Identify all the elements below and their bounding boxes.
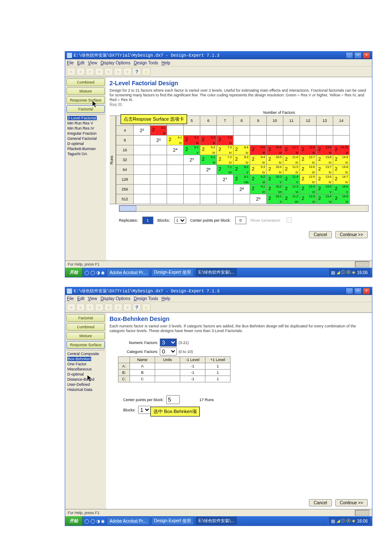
tree-item-min-run-res-iv[interactable]: Min Run Res IV	[67, 126, 104, 131]
cell-C-hi[interactable]: 1	[205, 376, 231, 382]
cell-8-4[interactable]: 24-1IV	[167, 136, 184, 145]
w2-cpb-input[interactable]	[166, 395, 180, 404]
cell-16-9[interactable]: 29-5III	[250, 145, 267, 155]
menu-design-tools[interactable]: Design Tools	[134, 61, 158, 65]
cell-64-6[interactable]: 2⁶	[200, 165, 217, 175]
open-icon[interactable]: ▫	[76, 304, 85, 311]
cell-8-7[interactable]: 27-4III	[217, 136, 233, 145]
new-icon[interactable]: ▫	[67, 68, 75, 75]
cell-512-13[interactable]: 213-4VI	[317, 194, 333, 204]
cell-32-11[interactable]: 211-6IV	[283, 155, 300, 165]
cell-32-12[interactable]: 212-7IV	[300, 155, 317, 165]
navcard-mixture[interactable]: Mixture	[66, 332, 105, 340]
cat-factors-select[interactable]: 0	[160, 347, 177, 356]
cell-B-name[interactable]: B	[130, 370, 155, 376]
bulb-icon[interactable]: ☼	[142, 304, 150, 311]
cell-256-12[interactable]: 212-4VI	[300, 185, 317, 194]
cell-C-units[interactable]	[155, 376, 180, 382]
task-de-help[interactable]: Design-Expert 使用	[151, 268, 194, 277]
navcard-response-surface[interactable]: Response Surface	[66, 341, 105, 349]
cell-A-units[interactable]	[155, 363, 180, 370]
cell-128-12[interactable]: 212-5IV	[300, 175, 317, 185]
cell-64-11[interactable]: 211-5IV	[283, 165, 300, 175]
cpb-input[interactable]	[235, 217, 246, 224]
tree-item-d-optimal[interactable]: D-optimal	[67, 141, 104, 146]
menu-help[interactable]: Help	[161, 61, 170, 65]
cell-4-3[interactable]: 23-1III	[150, 126, 167, 136]
cell-256-11[interactable]: 211-3VI	[283, 185, 300, 194]
cell-128-10[interactable]: 210-3V	[267, 175, 283, 185]
w2-continue-button[interactable]: Continue >>	[335, 499, 368, 506]
cell-256-13[interactable]: 213-5V	[317, 185, 333, 194]
task-adobe[interactable]: Adobe Acrobat Pr...	[107, 268, 149, 277]
w1-hscrollbar[interactable]	[119, 205, 369, 212]
cell-512-11[interactable]: 211-2VII	[283, 194, 300, 204]
minimize-button[interactable]: _	[346, 52, 353, 59]
cell-A-hi[interactable]: 1	[205, 363, 231, 370]
navcard-response-surface[interactable]: Response Surface	[66, 96, 105, 104]
cell-16-7[interactable]: 27-3IV	[217, 145, 233, 155]
print-icon[interactable]: ▫	[123, 304, 132, 311]
tree-item-min-run-res-v[interactable]: Min Run Res V	[67, 121, 104, 126]
tree-item-general-factorial[interactable]: General Factorial	[67, 136, 104, 141]
cell-32-6[interactable]: 26-1VI	[200, 155, 217, 165]
blocks-select[interactable]: 1	[174, 217, 186, 224]
paste-icon[interactable]: ▫	[114, 68, 122, 75]
cell-256-14[interactable]: 214-6V	[333, 185, 350, 194]
tree-item-d-optimal[interactable]: D-optimal	[67, 372, 104, 377]
w1-continue-button[interactable]: Continue >>	[335, 231, 368, 238]
cell-16-12[interactable]: 212-8III	[300, 145, 317, 155]
cell-16-10[interactable]: 210-6III	[267, 145, 283, 155]
menu-view[interactable]: View	[88, 296, 97, 301]
w2-cancel-button[interactable]: Cancel	[309, 499, 331, 506]
save-icon[interactable]: ▫	[86, 304, 94, 311]
cell-512-10[interactable]: 210-1X	[267, 194, 283, 204]
?-icon[interactable]: ?	[133, 68, 141, 75]
open-icon[interactable]: ▫	[76, 68, 85, 75]
cell-16-8[interactable]: 28-4IV	[233, 145, 250, 155]
cell-16-11[interactable]: 211-7III	[283, 145, 300, 155]
menu-help[interactable]: Help	[161, 296, 170, 301]
tree-item-miscellaneous[interactable]: Miscellaneous	[67, 367, 104, 372]
cell-4-2[interactable]: 2²	[134, 126, 150, 136]
cell-8-5[interactable]: 25-2III	[184, 136, 200, 145]
navcard-combined[interactable]: Combined	[66, 78, 105, 86]
paste-icon[interactable]: ▫	[114, 304, 122, 311]
cell-32-7[interactable]: 27-2IV	[217, 155, 233, 165]
cell-128-13[interactable]: 213-6IV	[317, 175, 333, 185]
menu-edit[interactable]: Edit	[77, 296, 84, 301]
cell-16-6[interactable]: 26-2IV	[200, 145, 217, 155]
cell-16-14[interactable]: 214-10III	[333, 145, 350, 155]
cell-64-14[interactable]: 214-8IV	[333, 165, 350, 175]
cell-256-10[interactable]: 210-2VII	[267, 185, 283, 194]
cell-32-10[interactable]: 210-5IV	[267, 155, 283, 165]
cell-64-12[interactable]: 212-6IV	[300, 165, 317, 175]
cell-128-9[interactable]: 29-2VI	[250, 175, 267, 185]
cell-A-name[interactable]: A	[130, 363, 155, 370]
menu-view[interactable]: View	[88, 61, 97, 65]
print-icon[interactable]: ▫	[123, 68, 132, 75]
bulb-icon[interactable]: ☼	[142, 68, 150, 75]
cell-128-8[interactable]: 28-1VIII	[233, 175, 250, 185]
menu-display-options[interactable]: Display Options	[101, 296, 130, 301]
cell-256-9[interactable]: 29-1IX	[250, 185, 267, 194]
cell-32-9[interactable]: 29-4IV	[250, 155, 267, 165]
cell-64-13[interactable]: 213-7IV	[317, 165, 333, 175]
cell-C-name[interactable]: C	[130, 376, 155, 382]
cell-32-5[interactable]: 2⁵	[184, 155, 200, 165]
minimize-button[interactable]: _	[346, 288, 353, 295]
close-button[interactable]: ✕	[363, 52, 370, 59]
task-adobe[interactable]: Adobe Acrobat Pr...	[107, 517, 149, 525]
menu-file[interactable]: File	[67, 61, 74, 65]
w1-cancel-button[interactable]: Cancel	[309, 231, 331, 238]
w2-blocks-select[interactable]: 1	[138, 406, 151, 414]
cell-128-7[interactable]: 2⁷	[217, 175, 233, 185]
cell-64-10[interactable]: 210-4IV	[267, 165, 283, 175]
cell-B-lo[interactable]: -1	[180, 370, 205, 376]
cell-8-3[interactable]: 2³	[150, 136, 167, 145]
tree-item-central-composite[interactable]: Central Composite	[67, 351, 104, 356]
tree-item-user-defined[interactable]: User-Defined	[67, 382, 104, 387]
cell-B-hi[interactable]: 1	[205, 370, 231, 376]
close-button[interactable]: ✕	[363, 288, 370, 295]
cell-256-8[interactable]: 2⁸	[233, 185, 250, 194]
